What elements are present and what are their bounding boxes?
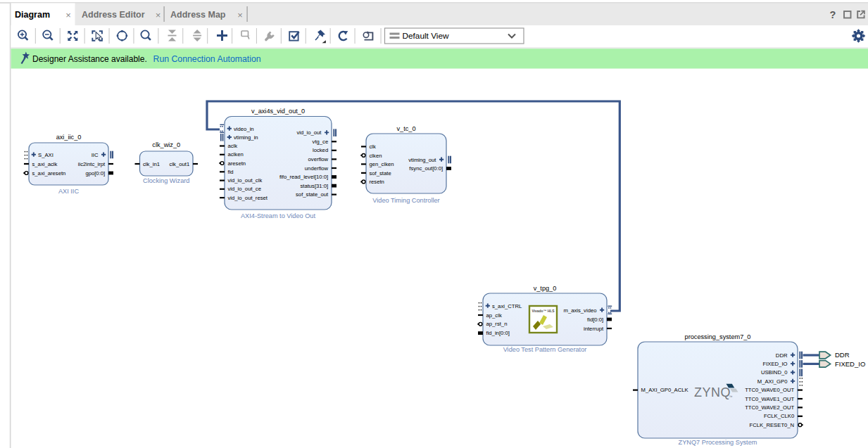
svg-text:Video Timing Controller: Video Timing Controller (372, 197, 439, 204)
svg-text:v_tpg_0: v_tpg_0 (534, 285, 557, 292)
svg-text:locked: locked (313, 147, 328, 153)
svg-text:m_axis_video: m_axis_video (563, 307, 596, 314)
svg-text:vtg_ce: vtg_ce (313, 139, 329, 145)
svg-text:FIXED_IO: FIXED_IO (835, 360, 865, 368)
svg-text:clk_out1: clk_out1 (170, 161, 190, 167)
svg-text:Video Test Pattern Generator: Video Test Pattern Generator (503, 346, 587, 353)
svg-text:USBIND_0: USBIND_0 (761, 369, 788, 376)
svg-text:ap_clk: ap_clk (486, 312, 502, 319)
svg-text:vtiming_in: vtiming_in (234, 134, 258, 141)
svg-text:sof_state_out: sof_state_out (296, 191, 329, 198)
svg-text:IIC: IIC (92, 152, 99, 158)
svg-text:Clocking Wizard: Clocking Wizard (143, 177, 189, 184)
svg-text:clk: clk (370, 143, 377, 150)
svg-text:gen_clken: gen_clken (370, 161, 394, 167)
svg-text:resetn: resetn (370, 179, 384, 185)
svg-text:TTC0_WAVE1_OUT: TTC0_WAVE1_OUT (745, 396, 794, 402)
svg-text:fid_in[0:0]: fid_in[0:0] (486, 330, 510, 336)
svg-text:vid_io_out_clk: vid_io_out_clk (228, 177, 263, 184)
svg-text:gpo[0:0]: gpo[0:0] (85, 170, 105, 177)
svg-text:AXI IIC: AXI IIC (58, 188, 79, 195)
svg-text:Default View: Default View (403, 31, 449, 41)
svg-text:ap_rst_n: ap_rst_n (486, 321, 508, 327)
svg-text:DDR: DDR (776, 352, 788, 359)
svg-text:Designer Assistance available.: Designer Assistance available. (32, 54, 147, 64)
svg-text:FCLK_CLK0: FCLK_CLK0 (764, 413, 794, 419)
svg-text:vid_io_out: vid_io_out (296, 129, 322, 136)
svg-text:aresetn: aresetn (228, 160, 246, 167)
svg-text:?: ? (830, 9, 836, 20)
svg-text:vid_io_out_reset: vid_io_out_reset (228, 195, 268, 201)
svg-text:vtiming_out: vtiming_out (408, 157, 436, 163)
svg-text:TTC0_WAVE2_OUT: TTC0_WAVE2_OUT (745, 404, 794, 411)
svg-text:overflow: overflow (308, 156, 329, 162)
svg-text:v_axi4s_vid_out_0: v_axi4s_vid_out_0 (251, 108, 305, 115)
svg-text:underflow: underflow (305, 165, 329, 172)
svg-text:Address Map: Address Map (170, 10, 226, 20)
svg-text:M_AXI_GP0: M_AXI_GP0 (757, 378, 788, 385)
svg-text:Run Connection Automation: Run Connection Automation (153, 54, 261, 64)
svg-text:FCLK_RESET0_N: FCLK_RESET0_N (750, 422, 795, 428)
svg-text:s_axi_aclk: s_axi_aclk (32, 161, 58, 167)
svg-text:FIXED_IO: FIXED_IO (762, 361, 787, 367)
svg-text:s_axi_aresetn: s_axi_aresetn (32, 170, 66, 177)
svg-text:ZYNQ7 Processing System: ZYNQ7 Processing System (679, 439, 757, 446)
svg-text:S_AXI: S_AXI (38, 152, 54, 158)
svg-text:iic2intc_irpt: iic2intc_irpt (78, 161, 106, 167)
svg-text:clk_in1: clk_in1 (143, 161, 160, 167)
svg-text:aclken: aclken (228, 151, 244, 158)
svg-text:DDR: DDR (835, 351, 850, 359)
svg-text:ZYNQ: ZYNQ (694, 385, 731, 399)
svg-text:sof_state: sof_state (370, 170, 391, 177)
svg-text:s_axi_CTRL: s_axi_CTRL (492, 303, 522, 309)
svg-text:TTC0_WAVE0_OUT: TTC0_WAVE0_OUT (745, 387, 794, 393)
svg-text:fid[0:0]: fid[0:0] (587, 316, 603, 323)
svg-text:Address Editor: Address Editor (82, 10, 145, 20)
svg-text:video_in: video_in (234, 126, 254, 132)
svg-text:AXI4-Stream to Video Out: AXI4-Stream to Video Out (241, 212, 315, 219)
svg-text:fifo_read_level[10:0]: fifo_read_level[10:0] (279, 174, 328, 180)
svg-text:clken: clken (370, 153, 382, 159)
svg-text:aclk: aclk (228, 143, 238, 149)
svg-text:clk_wiz_0: clk_wiz_0 (152, 141, 180, 148)
svg-text:fsync_out[0:0]: fsync_out[0:0] (409, 165, 443, 172)
svg-text:axi_iic_0: axi_iic_0 (56, 134, 82, 141)
svg-text:fid: fid (228, 169, 234, 175)
svg-text:×: × (156, 10, 161, 20)
svg-text:M_AXI_GP0_ACLK: M_AXI_GP0_ACLK (641, 387, 689, 393)
svg-text:status[31:0]: status[31:0] (300, 183, 328, 189)
svg-text:Vivado™ HLS: Vivado™ HLS (532, 309, 555, 313)
svg-text:Diagram: Diagram (15, 10, 50, 20)
svg-text:™: ™ (729, 395, 733, 399)
svg-text:interrupt: interrupt (584, 326, 604, 332)
svg-text:processing_system7_0: processing_system7_0 (685, 333, 751, 340)
svg-text:vid_io_out_ce: vid_io_out_ce (228, 186, 261, 192)
svg-text:v_tc_0: v_tc_0 (396, 125, 415, 132)
svg-text:×: × (237, 10, 243, 20)
svg-text:×: × (65, 10, 71, 20)
